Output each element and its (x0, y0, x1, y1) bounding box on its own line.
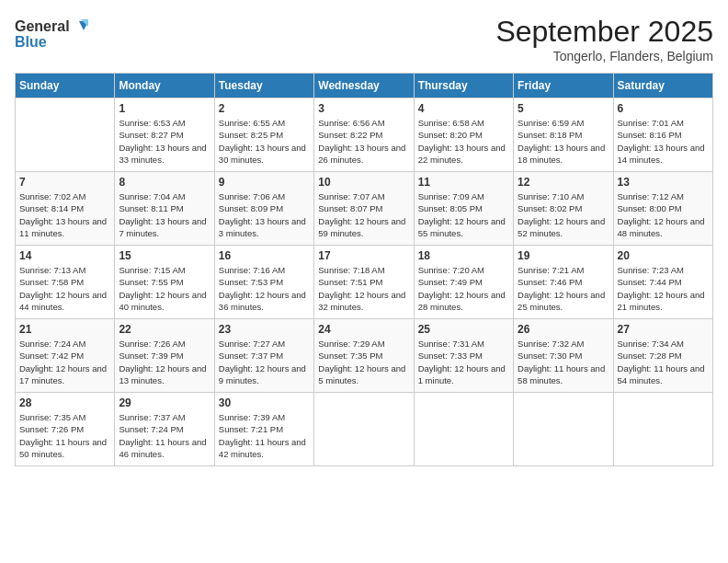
title-area: September 2025 Tongerlo, Flanders, Belgi… (495, 15, 713, 63)
day-info: Sunrise: 6:56 AMSunset: 8:22 PMDaylight:… (318, 117, 409, 166)
weekday-header-thursday: Thursday (414, 74, 513, 98)
weekday-header-tuesday: Tuesday (214, 74, 313, 98)
day-number: 8 (119, 176, 210, 189)
header: General Blue September 2025 Tongerlo, Fl… (15, 15, 713, 63)
day-number: 9 (219, 176, 310, 189)
day-info: Sunrise: 7:27 AMSunset: 7:37 PMDaylight:… (219, 338, 310, 386)
day-info: Sunrise: 7:34 AMSunset: 7:28 PMDaylight:… (618, 338, 709, 386)
calendar-cell: 27 Sunrise: 7:34 AMSunset: 7:28 PMDaylig… (613, 319, 712, 393)
calendar-cell (414, 393, 513, 466)
day-info: Sunrise: 7:10 AMSunset: 8:02 PMDaylight:… (518, 190, 609, 239)
day-number: 23 (219, 323, 310, 336)
day-info: Sunrise: 7:07 AMSunset: 8:07 PMDaylight:… (318, 190, 409, 239)
calendar-cell: 16 Sunrise: 7:16 AMSunset: 7:53 PMDaylig… (214, 246, 313, 319)
calendar-cell: 8 Sunrise: 7:04 AMSunset: 8:11 PMDayligh… (115, 172, 214, 246)
calendar-cell: 3 Sunrise: 6:56 AMSunset: 8:22 PMDayligh… (314, 98, 414, 172)
logo-blue-text: Blue (15, 34, 47, 51)
calendar-cell: 13 Sunrise: 7:12 AMSunset: 8:00 PMDaylig… (613, 172, 712, 246)
day-info: Sunrise: 7:15 AMSunset: 7:55 PMDaylight:… (119, 264, 210, 313)
day-info: Sunrise: 7:26 AMSunset: 7:39 PMDaylight:… (119, 338, 210, 386)
day-number: 27 (618, 323, 709, 336)
day-info: Sunrise: 7:24 AMSunset: 7:42 PMDaylight:… (19, 338, 110, 386)
weekday-header-sunday: Sunday (16, 74, 115, 98)
weekday-header-monday: Monday (115, 74, 214, 98)
weekday-header-wednesday: Wednesday (314, 74, 414, 98)
calendar-cell: 10 Sunrise: 7:07 AMSunset: 8:07 PMDaylig… (314, 172, 414, 246)
day-info: Sunrise: 7:32 AMSunset: 7:30 PMDaylight:… (518, 338, 609, 386)
day-number: 19 (518, 249, 609, 262)
day-number: 30 (219, 396, 310, 409)
calendar-week-1: 1 Sunrise: 6:53 AMSunset: 8:27 PMDayligh… (16, 98, 713, 172)
calendar-cell: 29 Sunrise: 7:37 AMSunset: 7:24 PMDaylig… (115, 393, 214, 466)
day-number: 26 (518, 323, 609, 336)
calendar-cell: 23 Sunrise: 7:27 AMSunset: 7:37 PMDaylig… (214, 319, 313, 393)
calendar-cell: 6 Sunrise: 7:01 AMSunset: 8:16 PMDayligh… (613, 98, 712, 172)
day-number: 14 (19, 249, 110, 262)
day-number: 12 (518, 176, 609, 189)
day-info: Sunrise: 7:23 AMSunset: 7:44 PMDaylight:… (618, 264, 709, 313)
day-info: Sunrise: 7:31 AMSunset: 7:33 PMDaylight:… (418, 338, 509, 386)
day-number: 16 (219, 249, 310, 262)
day-number: 21 (19, 323, 110, 336)
day-info: Sunrise: 6:59 AMSunset: 8:18 PMDaylight:… (518, 117, 609, 166)
calendar-week-4: 21 Sunrise: 7:24 AMSunset: 7:42 PMDaylig… (16, 319, 713, 393)
weekday-header-saturday: Saturday (613, 74, 712, 98)
day-number: 29 (119, 396, 210, 409)
calendar-cell: 20 Sunrise: 7:23 AMSunset: 7:44 PMDaylig… (613, 246, 712, 319)
day-number: 15 (119, 249, 210, 262)
day-info: Sunrise: 7:12 AMSunset: 8:00 PMDaylight:… (618, 190, 709, 239)
calendar-cell: 30 Sunrise: 7:39 AMSunset: 7:21 PMDaylig… (214, 393, 313, 466)
calendar-cell: 19 Sunrise: 7:21 AMSunset: 7:46 PMDaylig… (514, 246, 613, 319)
day-number: 11 (418, 176, 509, 189)
calendar-cell (613, 393, 712, 466)
day-info: Sunrise: 7:35 AMSunset: 7:26 PMDaylight:… (19, 411, 110, 460)
calendar-cell: 7 Sunrise: 7:02 AMSunset: 8:14 PMDayligh… (16, 172, 115, 246)
day-number: 28 (19, 396, 110, 409)
calendar-cell (16, 98, 115, 172)
calendar-cell (514, 393, 613, 466)
day-info: Sunrise: 7:16 AMSunset: 7:53 PMDaylight:… (219, 264, 310, 313)
day-number: 6 (618, 102, 709, 115)
calendar-cell: 18 Sunrise: 7:20 AMSunset: 7:49 PMDaylig… (414, 246, 513, 319)
calendar-cell: 21 Sunrise: 7:24 AMSunset: 7:42 PMDaylig… (16, 319, 115, 393)
day-info: Sunrise: 7:09 AMSunset: 8:05 PMDaylight:… (418, 190, 509, 239)
month-title: September 2025 (495, 15, 713, 49)
calendar-cell: 28 Sunrise: 7:35 AMSunset: 7:26 PMDaylig… (16, 393, 115, 466)
calendar-cell: 1 Sunrise: 6:53 AMSunset: 8:27 PMDayligh… (115, 98, 214, 172)
weekday-header-friday: Friday (514, 74, 613, 98)
day-number: 3 (318, 102, 409, 115)
calendar-cell: 4 Sunrise: 6:58 AMSunset: 8:20 PMDayligh… (414, 98, 513, 172)
day-number: 24 (318, 323, 409, 336)
day-number: 7 (19, 176, 110, 189)
calendar-cell: 17 Sunrise: 7:18 AMSunset: 7:51 PMDaylig… (314, 246, 414, 319)
calendar-cell: 2 Sunrise: 6:55 AMSunset: 8:25 PMDayligh… (214, 98, 313, 172)
calendar-week-2: 7 Sunrise: 7:02 AMSunset: 8:14 PMDayligh… (16, 172, 713, 246)
day-number: 20 (618, 249, 709, 262)
day-number: 10 (318, 176, 409, 189)
day-info: Sunrise: 6:55 AMSunset: 8:25 PMDaylight:… (219, 117, 310, 166)
calendar-cell: 22 Sunrise: 7:26 AMSunset: 7:39 PMDaylig… (115, 319, 214, 393)
calendar-cell: 12 Sunrise: 7:10 AMSunset: 8:02 PMDaylig… (514, 172, 613, 246)
calendar-cell: 5 Sunrise: 6:59 AMSunset: 8:18 PMDayligh… (514, 98, 613, 172)
day-number: 17 (318, 249, 409, 262)
calendar-cell: 15 Sunrise: 7:15 AMSunset: 7:55 PMDaylig… (115, 246, 214, 319)
day-info: Sunrise: 7:20 AMSunset: 7:49 PMDaylight:… (418, 264, 509, 313)
day-info: Sunrise: 7:29 AMSunset: 7:35 PMDaylight:… (318, 338, 409, 386)
calendar-cell: 24 Sunrise: 7:29 AMSunset: 7:35 PMDaylig… (314, 319, 414, 393)
calendar-cell: 25 Sunrise: 7:31 AMSunset: 7:33 PMDaylig… (414, 319, 513, 393)
day-number: 1 (119, 102, 210, 115)
calendar-cell: 11 Sunrise: 7:09 AMSunset: 8:05 PMDaylig… (414, 172, 513, 246)
weekday-header-row: SundayMondayTuesdayWednesdayThursdayFrid… (16, 74, 713, 98)
day-info: Sunrise: 7:01 AMSunset: 8:16 PMDaylight:… (618, 117, 709, 166)
day-info: Sunrise: 7:02 AMSunset: 8:14 PMDaylight:… (19, 190, 110, 239)
calendar-week-5: 28 Sunrise: 7:35 AMSunset: 7:26 PMDaylig… (16, 393, 713, 466)
day-number: 22 (119, 323, 210, 336)
day-number: 18 (418, 249, 509, 262)
day-number: 5 (518, 102, 609, 115)
day-info: Sunrise: 7:06 AMSunset: 8:09 PMDaylight:… (219, 190, 310, 239)
day-info: Sunrise: 6:53 AMSunset: 8:27 PMDaylight:… (119, 117, 210, 166)
location-title: Tongerlo, Flanders, Belgium (495, 49, 713, 63)
day-info: Sunrise: 6:58 AMSunset: 8:20 PMDaylight:… (418, 117, 509, 166)
calendar-cell: 14 Sunrise: 7:13 AMSunset: 7:58 PMDaylig… (16, 246, 115, 319)
day-info: Sunrise: 7:04 AMSunset: 8:11 PMDaylight:… (119, 190, 210, 239)
